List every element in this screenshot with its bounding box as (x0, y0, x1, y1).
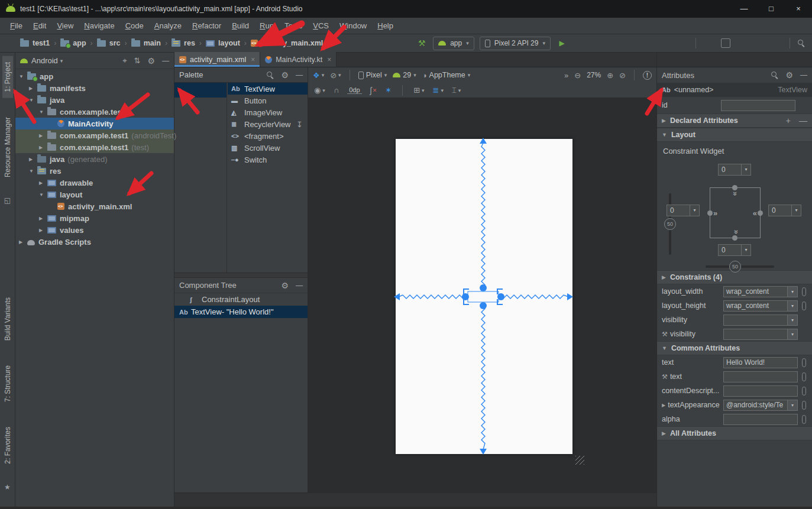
menu-item[interactable]: Build (227, 18, 254, 34)
close-tab-icon[interactable]: × (327, 56, 331, 64)
zoom-to-fit-icon[interactable]: ⊘ (619, 71, 626, 80)
tools-attribute-toggle[interactable] (802, 358, 806, 367)
palette-item[interactable]: ≣ RecyclerView ↧ (228, 118, 308, 130)
tree-row[interactable]: ▶ manifests (15, 82, 174, 94)
breadcrumb-item[interactable]: test1 › (20, 39, 60, 47)
menu-item[interactable]: Help (372, 18, 399, 34)
tree-row[interactable]: ▶ Gradle Scripts (15, 236, 174, 248)
component-tree-row[interactable]: ʃ ConstraintLayout (174, 293, 308, 306)
margin-right-select[interactable]: 0▾ (768, 205, 801, 216)
tree-row[interactable]: ▼ java (15, 94, 174, 106)
tree-row[interactable]: ▶ drawable (15, 177, 174, 189)
menu-item[interactable]: File (5, 18, 28, 34)
build-hammer-icon[interactable]: ⚒ (416, 38, 428, 48)
common-attributes-section[interactable]: ▼ Common Attributes (657, 341, 812, 355)
collapse-all-icon[interactable]: ⇅ (134, 56, 141, 65)
close-button[interactable]: × (785, 0, 812, 18)
close-tab-icon[interactable]: × (251, 56, 255, 64)
breadcrumb-item[interactable]: app › (60, 39, 96, 47)
tree-expand-icon[interactable]: ▶ (29, 86, 37, 91)
tree-expand-icon[interactable]: ▶ (39, 216, 47, 221)
palette-category[interactable] (174, 112, 227, 127)
sidebar-item-build-variants[interactable]: Build Variants (2, 291, 13, 346)
tools-attribute-toggle[interactable] (802, 301, 806, 310)
palette-item[interactable]: ▬ Button (228, 95, 308, 106)
vertical-bias-value[interactable]: 50 (664, 218, 676, 230)
tools-attribute-toggle[interactable] (802, 287, 806, 296)
hide-panel-icon[interactable]: — (162, 57, 169, 65)
component-tree-row[interactable]: Ab TextView- "Hello World!" (174, 306, 308, 318)
add-attribute-icon[interactable]: + (786, 116, 791, 125)
palette-item[interactable]: ▥ ScrollView (228, 142, 308, 154)
design-surface[interactable]: Hello World! (308, 98, 656, 492)
pack-icon[interactable]: ⊞▾ (413, 86, 424, 95)
tree-expand-icon[interactable]: ▶ (39, 145, 47, 150)
right-anchor[interactable] (758, 210, 763, 216)
toolbar-action-icon[interactable] (753, 38, 765, 48)
gear-icon[interactable]: ⚙ (281, 70, 289, 80)
breadcrumb-item[interactable]: src › (97, 39, 131, 47)
more-actions-icon[interactable]: » (564, 71, 568, 80)
tree-expand-icon[interactable]: ▶ (39, 180, 47, 186)
resource-manager-icon[interactable]: ◱ (4, 196, 11, 205)
gear-icon[interactable]: ⚙ (281, 281, 289, 290)
attribute-value-input[interactable]: ▾ (723, 385, 798, 397)
constraint-box[interactable]: » « » « (710, 187, 761, 238)
attribute-value-input[interactable]: @android:style/Te ▾ (723, 400, 798, 411)
palette-category[interactable] (174, 186, 227, 201)
hide-panel-icon[interactable]: — (296, 71, 303, 79)
menu-item[interactable]: Refactor (187, 18, 227, 34)
attribute-value-input[interactable]: ▾ (723, 371, 798, 382)
tree-expand-icon[interactable]: ▼ (39, 109, 47, 115)
tree-expand-icon[interactable]: ▶ (39, 228, 47, 233)
project-view-select[interactable]: Android (31, 56, 58, 65)
panel-splitter[interactable] (174, 273, 308, 278)
theme-select[interactable]: ◑AppTheme▾ (422, 71, 471, 80)
zoom-in-icon[interactable]: ⊕ (607, 71, 613, 80)
palette-category[interactable] (174, 83, 227, 98)
gear-icon[interactable]: ⚙ (147, 56, 155, 66)
palette-item[interactable]: ◭ ImageView (228, 106, 308, 118)
view-options-icon[interactable]: ◉▾ (314, 86, 325, 95)
tree-expand-icon[interactable]: ▶ (29, 157, 37, 162)
tree-expand-icon[interactable]: ▶ (19, 239, 27, 245)
gear-icon[interactable]: ⚙ (785, 70, 793, 80)
tools-attribute-toggle[interactable] (802, 415, 806, 424)
menu-item[interactable]: Window (334, 18, 372, 34)
top-anchor[interactable] (732, 185, 737, 190)
tree-row[interactable]: MainActivity (15, 118, 174, 129)
tree-expand-icon[interactable]: ▼ (39, 192, 47, 197)
tools-attribute-toggle[interactable] (802, 387, 806, 395)
tree-row[interactable]: ▼ app (15, 70, 174, 82)
orientation-icon[interactable]: ⊘▾ (330, 71, 341, 80)
attribute-value-select[interactable]: ▾ (723, 329, 798, 340)
sidebar-item-structure[interactable]: 7: Structure (2, 359, 13, 408)
tree-row[interactable]: ▼ com.example.test1 (15, 106, 174, 118)
toolbar-action-icon[interactable] (736, 38, 748, 48)
distribute-icon[interactable]: ⌶▾ (452, 86, 461, 95)
breadcrumb-item[interactable]: layout › (206, 39, 251, 47)
align-icon[interactable]: ≣▾ (433, 86, 444, 95)
run-button[interactable]: ▶ (556, 39, 568, 47)
tree-row[interactable]: ▶ com.example.test1 (androidTest) (15, 129, 174, 141)
infer-constraints-icon[interactable]: ✶ (385, 86, 392, 95)
palette-category[interactable] (174, 171, 227, 186)
toolbar-action-icon[interactable] (704, 38, 716, 48)
tree-row[interactable]: ▼ res (15, 165, 174, 177)
hide-panel-icon[interactable]: — (800, 71, 807, 79)
clear-constraints-icon[interactable]: ʃ✕ (370, 86, 377, 95)
run-configuration-select[interactable]: app ▾ (433, 37, 474, 50)
all-attributes-section[interactable]: ▶ All Attributes (657, 426, 812, 440)
menu-item[interactable]: View (51, 18, 79, 34)
tools-attribute-toggle[interactable] (802, 401, 806, 410)
palette-item[interactable]: <> <fragment> (228, 130, 308, 142)
locate-file-icon[interactable]: ⌖ (122, 56, 127, 66)
declared-attributes-section[interactable]: ▶ Declared Attributes + — (657, 114, 812, 128)
sidebar-item-project[interactable]: 1: Project (2, 56, 13, 98)
design-surface-select-icon[interactable]: ❖▾ (313, 71, 324, 80)
search-icon[interactable] (267, 72, 274, 79)
layout-section[interactable]: ▼ Layout (657, 128, 812, 142)
menu-item[interactable]: Edit (28, 18, 51, 34)
palette-item[interactable]: ‒● Switch (228, 154, 308, 166)
palette-category[interactable] (174, 142, 227, 157)
